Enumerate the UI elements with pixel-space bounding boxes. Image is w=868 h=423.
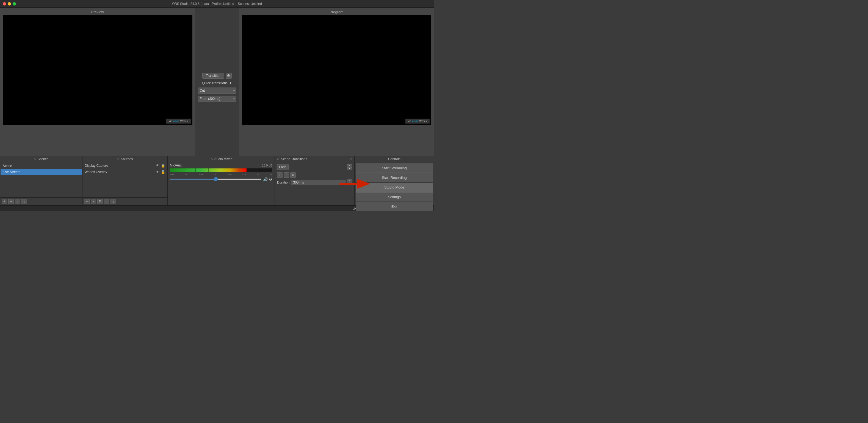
add-transition-button[interactable]: + (229, 81, 232, 85)
preview-panel: Preview via cisco Webex (0, 8, 195, 156)
move-scene-down-button[interactable]: ↓ (22, 199, 27, 204)
source-item-webex-overlay: Webex Overlay 👁 🔒 (83, 169, 167, 175)
preview-area: Preview via cisco Webex Transition ⚙ (0, 8, 434, 156)
fade-select[interactable]: Fade (277, 164, 288, 170)
transitions-gear-icon: ⊙ (350, 158, 352, 161)
preview-watermark: via cisco Webex (166, 119, 190, 123)
audio-ticks (170, 168, 272, 172)
scene-list: Scene Live Stream (0, 162, 82, 176)
main-area: Preview via cisco Webex Transition ⚙ (0, 8, 434, 212)
scenes-lock-icon: ⊙ (34, 158, 36, 161)
scenes-footer: + − ↑ ↓ (0, 197, 82, 205)
transition-middle-panel: Transition ⚙ Quick Transitions + Cut ▾ F… (195, 8, 239, 156)
source-icons-webex-overlay: 👁 🔒 (156, 170, 165, 174)
remove-transition-btn[interactable]: − (284, 172, 289, 178)
controls-label: Controls (388, 157, 400, 161)
scenes-label: Scenes (37, 157, 49, 161)
cut-dropdown[interactable]: Cut (198, 87, 237, 93)
fade-dropdown-wrap: Fade (300ms) ▾ (198, 96, 237, 102)
remove-scene-button[interactable]: − (8, 199, 14, 204)
maximize-button[interactable] (13, 2, 16, 5)
duration-label: Duration (277, 180, 289, 185)
controls-panel-header: Controls (354, 156, 434, 162)
start-streaming-button[interactable]: Start Streaming (356, 164, 433, 173)
audio-panel: ⊙ Audio Mixer Mic/Aux -18.9 dB (168, 156, 275, 205)
move-scene-up-button[interactable]: ↑ (15, 199, 20, 204)
source-lock-icon[interactable]: 🔒 (161, 164, 165, 168)
remove-source-button[interactable]: − (91, 199, 96, 204)
add-source-button[interactable]: + (84, 199, 90, 204)
fade-spin-up[interactable]: ▴ (347, 164, 352, 167)
audio-meter (170, 168, 272, 172)
transitions-icons-row: + − ⚙ (275, 172, 354, 178)
titlebar: OBS Studio 24.0.6 (mac) - Profile: Untit… (0, 0, 434, 8)
move-source-up-button[interactable]: ↑ (104, 199, 110, 204)
transitions-label: Scene Transitions (281, 157, 307, 161)
audio-content: Mic/Aux -18.9 dB (168, 162, 275, 205)
transition-settings-btn[interactable]: ⚙ (290, 172, 296, 178)
red-arrow-svg (338, 178, 371, 189)
transition-gear-button[interactable]: ⚙ (226, 73, 232, 79)
audio-speaker-icon[interactable]: 🔊 (263, 177, 268, 181)
quick-transitions-label: Quick Transitions (202, 81, 227, 85)
scene-item-scene[interactable]: Scene (1, 163, 82, 169)
source-lock-icon-2[interactable]: 🔒 (161, 170, 165, 174)
controls-panel: Controls Start Streaming Start Recording… (354, 156, 434, 205)
fade-select-row: Fade ▴ ▾ (275, 162, 354, 172)
close-button[interactable] (3, 2, 6, 5)
bottom-panels: ⊙ Scenes Scene Live Stream + − ↑ ↓ ⊙ Sou… (0, 156, 434, 205)
preview-frame: via cisco Webex (3, 15, 192, 125)
fade-select-wrap: Fade (277, 164, 345, 170)
cisco-logo-program: cisco (412, 120, 418, 122)
audio-lock-icon: ⊙ (211, 158, 213, 161)
move-source-down-button[interactable]: ↓ (111, 199, 116, 204)
source-settings-button[interactable]: ⚙ (97, 199, 103, 204)
program-frame: via cisco Webex (242, 15, 432, 125)
scenes-panel: ⊙ Scenes Scene Live Stream + − ↑ ↓ (0, 156, 83, 205)
duration-value: 300 ms (291, 180, 345, 185)
minimize-button[interactable] (8, 2, 11, 5)
program-panel: Program via cisco Webex (239, 8, 434, 156)
arrow-indicator (338, 178, 371, 190)
audio-settings-icon[interactable]: ⚙ (269, 177, 272, 181)
preview-screen: via cisco Webex (3, 15, 192, 125)
fade-dropdown-quick[interactable]: Fade (300ms) (198, 96, 237, 102)
preview-label: Preview (0, 8, 195, 15)
sources-panel-header: ⊙ Sources (83, 156, 167, 162)
scene-item-livestream[interactable]: Live Stream (1, 169, 82, 175)
source-icons-display-capture: 👁 🔒 (156, 164, 165, 168)
cut-dropdown-wrap: Cut ▾ (198, 87, 237, 93)
gear-icon: ⚙ (227, 74, 230, 78)
source-item-display-capture: Display Capture 👁 🔒 (83, 162, 167, 169)
fade-spinner: ▴ ▾ (347, 164, 352, 170)
audio-fader-input[interactable] (170, 179, 261, 180)
quick-transitions-row: Quick Transitions + (195, 81, 239, 85)
transition-button[interactable]: Transition (202, 73, 224, 79)
sources-lock-icon: ⊙ (117, 158, 119, 161)
audio-db-value: -18.9 dB (261, 164, 272, 167)
audio-panel-header: ⊙ Audio Mixer (168, 156, 275, 162)
add-transition-btn[interactable]: + (277, 172, 283, 178)
program-label: Program (239, 8, 434, 15)
audio-channel-icons: 🔊 ⚙ (263, 177, 272, 181)
transition-header: Transition ⚙ (202, 73, 231, 79)
source-name-display-capture: Display Capture (85, 164, 108, 168)
source-eye-icon[interactable]: 👁 (156, 164, 160, 168)
scenes-list: Scene Live Stream (0, 162, 82, 197)
program-screen: via cisco Webex (242, 15, 432, 125)
add-scene-button[interactable]: + (2, 199, 7, 204)
transitions-panel-header: ⊙ Scene Transitions ⊙ (275, 156, 354, 162)
settings-button[interactable]: Settings (356, 192, 433, 201)
cisco-logo-preview: cisco (173, 120, 180, 122)
window-title: OBS Studio 24.0.6 (mac) - Profile: Untit… (172, 2, 262, 6)
source-eye-icon-2[interactable]: 👁 (156, 170, 160, 174)
audio-scale: -60-50-40-30-20-15-9-3 (170, 173, 272, 176)
sources-label: Sources (121, 157, 133, 161)
fade-spin-down[interactable]: ▾ (347, 167, 352, 170)
traffic-lights (3, 2, 16, 5)
exit-button[interactable]: Exit (356, 202, 433, 211)
sources-list: Display Capture 👁 🔒 Webex Overlay 👁 🔒 (83, 162, 167, 197)
audio-channel-name: Mic/Aux (170, 164, 182, 167)
sources-panel: ⊙ Sources Display Capture 👁 🔒 Webex Over… (83, 156, 168, 205)
program-watermark: via cisco Webex (405, 119, 430, 123)
